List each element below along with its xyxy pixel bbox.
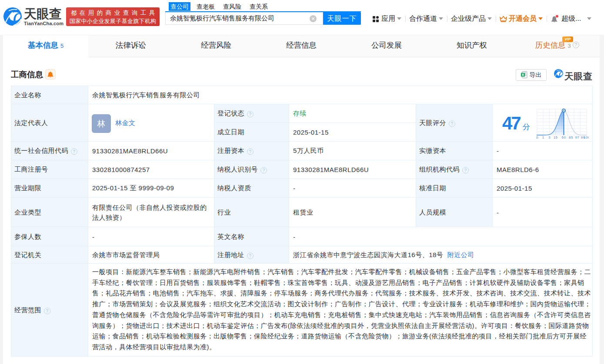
svg-text:97: 97	[575, 136, 579, 139]
svg-text:0: 0	[536, 136, 538, 139]
svg-text:3: 3	[548, 136, 551, 139]
svg-text:85: 85	[569, 136, 573, 139]
svg-text:1: 1	[542, 136, 544, 139]
svg-text:100: 100	[584, 136, 589, 139]
svg-text:50: 50	[562, 136, 566, 139]
svg-text:15: 15	[554, 136, 558, 139]
